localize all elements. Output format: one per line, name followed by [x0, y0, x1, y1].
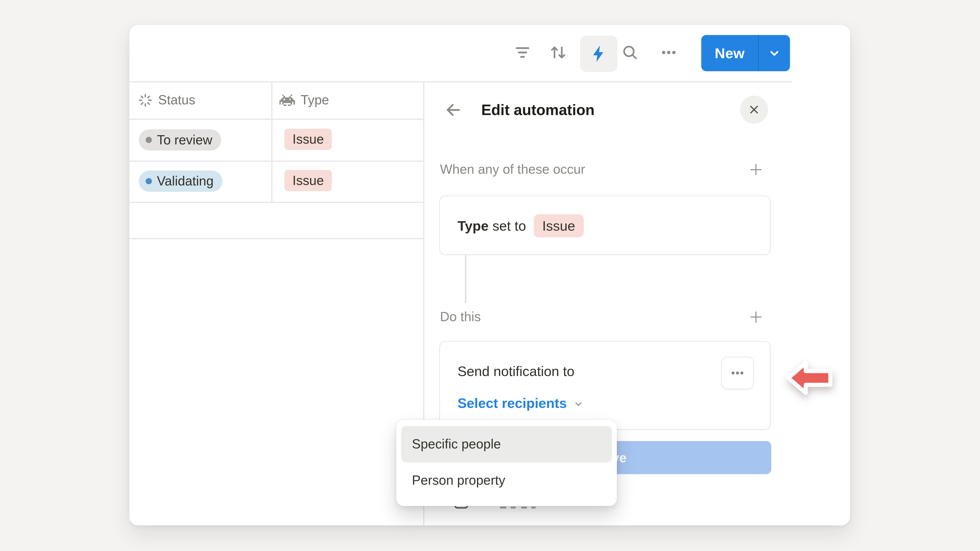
- clipped-text-fragment: [511, 507, 516, 508]
- recipients-dropdown-menu: Specific people Person property: [396, 420, 617, 506]
- status-dot: [146, 178, 152, 184]
- action-card[interactable]: Send notification to Select recipients: [439, 341, 771, 430]
- plus-icon: [749, 310, 763, 324]
- new-dropdown-chevron-icon[interactable]: [759, 35, 790, 71]
- status-spinner-icon: [138, 93, 152, 107]
- type-tag-label: Issue: [293, 132, 324, 147]
- plus-icon: [749, 162, 763, 177]
- menu-item-label: Person property: [412, 473, 505, 488]
- trigger-connector-text: set to: [492, 218, 526, 234]
- trigger-property: Type: [458, 218, 489, 234]
- desktop-background: New Status: [0, 0, 980, 551]
- action-text: Send notification to: [458, 364, 574, 380]
- status-dot: [146, 137, 152, 143]
- close-icon: [748, 103, 760, 116]
- table-line: [129, 238, 423, 239]
- select-recipients-label: Select recipients: [458, 395, 567, 412]
- chevron-down-icon: [573, 398, 584, 410]
- column-header-label: Status: [158, 92, 196, 107]
- trigger-card[interactable]: Type set to Issue: [439, 196, 771, 255]
- add-trigger-button[interactable]: [749, 162, 763, 177]
- status-tag-label: To review: [157, 132, 212, 148]
- status-tag-validating[interactable]: Validating: [139, 171, 222, 192]
- clipped-text-fragment: [521, 507, 527, 508]
- search-icon[interactable]: [621, 44, 639, 61]
- automation-bolt-button[interactable]: [580, 36, 617, 72]
- column-header-label: Type: [301, 92, 329, 107]
- trigger-value-tag: Issue: [534, 214, 584, 238]
- table-column-divider: [271, 81, 272, 202]
- automation-bolt-icon: [589, 44, 608, 63]
- status-tag-label: Validating: [157, 174, 213, 189]
- panel-title: Edit automation: [481, 101, 595, 119]
- trigger-connector: [488, 218, 492, 234]
- menu-item-person-property[interactable]: Person property: [401, 462, 612, 499]
- filter-icon[interactable]: [514, 44, 531, 61]
- more-options-icon[interactable]: [660, 44, 678, 61]
- select-recipients-button[interactable]: Select recipients: [458, 395, 584, 412]
- clipped-text-fragment: [500, 507, 506, 508]
- column-header-type[interactable]: Type: [280, 81, 329, 119]
- trigger-section-label: When any of these occur: [440, 162, 585, 177]
- action-section-label: Do this: [440, 309, 481, 324]
- menu-item-label: Specific people: [412, 437, 501, 452]
- table-line: [129, 160, 423, 162]
- type-tag-issue[interactable]: Issue: [284, 129, 332, 150]
- bug-invader-icon: [280, 94, 295, 106]
- new-button[interactable]: New: [701, 35, 790, 71]
- column-header-status[interactable]: Status: [138, 81, 195, 119]
- toolbar-divider: [129, 81, 792, 82]
- flow-connector-line: [465, 255, 466, 303]
- notion-window: New Status: [129, 25, 850, 526]
- back-button[interactable]: [444, 100, 463, 119]
- ellipsis-icon: [729, 365, 746, 381]
- action-more-options-button[interactable]: [721, 357, 754, 389]
- red-arrow-pointer: [786, 359, 833, 397]
- status-tag-to-review[interactable]: To review: [139, 129, 221, 151]
- type-tag-issue[interactable]: Issue: [284, 170, 332, 191]
- sort-icon[interactable]: [549, 44, 567, 61]
- clipped-text-fragment: [531, 507, 536, 508]
- type-tag-label: Issue: [293, 173, 324, 188]
- add-action-button[interactable]: [749, 310, 763, 324]
- table-line: [129, 119, 423, 120]
- new-button-label[interactable]: New: [701, 35, 758, 71]
- table-line: [129, 202, 423, 203]
- menu-item-specific-people[interactable]: Specific people: [401, 426, 612, 462]
- close-button[interactable]: [740, 96, 768, 124]
- back-arrow-icon: [444, 100, 463, 119]
